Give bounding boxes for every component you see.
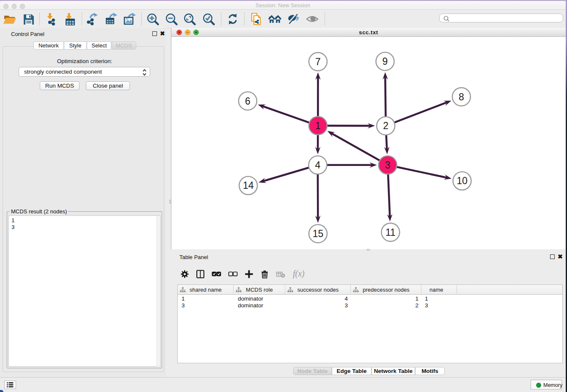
svg-text:10: 10 [457, 175, 468, 186]
svg-text:11: 11 [385, 227, 396, 238]
svg-text:9: 9 [383, 56, 388, 67]
svg-text:8: 8 [459, 91, 464, 102]
svg-text:3: 3 [385, 160, 391, 171]
svg-text:6: 6 [245, 96, 250, 107]
svg-text:15: 15 [313, 228, 324, 239]
svg-text:4: 4 [315, 160, 321, 171]
svg-text:2: 2 [383, 120, 388, 131]
svg-text:1: 1 [315, 120, 321, 131]
svg-text:7: 7 [315, 56, 321, 67]
svg-text:14: 14 [243, 180, 254, 191]
